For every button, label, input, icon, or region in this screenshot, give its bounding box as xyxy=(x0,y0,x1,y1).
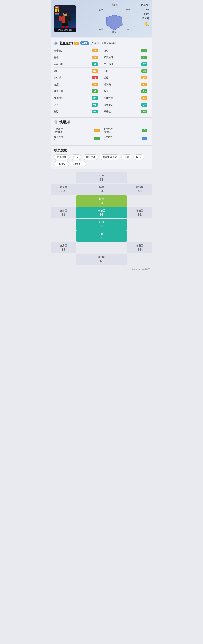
pos-cell: 右前卫81 xyxy=(127,207,152,218)
svg-point-1 xyxy=(63,11,67,14)
stat-value: 86 xyxy=(141,110,147,113)
pos-val: 99 xyxy=(100,224,104,228)
table-row: 射门80 xyxy=(54,68,102,74)
pos-cell: 后腰99 xyxy=(76,219,127,230)
stat-name: 紧密控球 xyxy=(104,56,113,59)
stat-value: 93 xyxy=(92,90,98,93)
radar-left-label: 盘带 xyxy=(99,8,103,11)
pos-val: 89 xyxy=(138,248,142,252)
stat-value: 84 xyxy=(92,83,98,86)
stat-value: 93 xyxy=(141,49,147,52)
skill-tag: 加重旋转传球 xyxy=(100,154,120,160)
pos-cell xyxy=(51,230,76,242)
foot-stat-row: 非惯用脚使用频率2 xyxy=(54,126,102,134)
skill-tag: 急升射门 xyxy=(71,161,86,166)
stat-name: 积极性 xyxy=(104,110,111,113)
radar-bottom-right-label: 身体 xyxy=(125,28,130,31)
stat-name: 身体控制 xyxy=(104,96,113,100)
stat-value: 82 xyxy=(92,56,98,59)
skill-tag: 拦截能力 xyxy=(54,161,69,166)
pos-cell: 右边锋80 xyxy=(127,184,152,195)
table-row: 脚下力量93 xyxy=(54,88,102,95)
stat-name: 身体接触 xyxy=(54,96,64,100)
foot-stat-value: 3 xyxy=(142,128,147,132)
skill-tag: 队长 xyxy=(134,154,144,160)
pos-cell xyxy=(51,172,76,184)
svg-rect-6 xyxy=(62,23,65,26)
pos-cell xyxy=(51,254,76,265)
position-section: 中锋79左边锋80影锋81右边锋80前腰87左前卫81中前卫92右前卫81后腰9… xyxy=(51,170,152,267)
pos-row: 左后卫89右后卫89 xyxy=(51,242,152,253)
stat-value: 94 xyxy=(92,110,98,113)
watermark: 头条 @PES实况联盟 xyxy=(51,267,152,272)
pos-val: 92 xyxy=(100,213,104,217)
ability-title: 基础能力 xyxy=(60,41,73,46)
pos-row: 守门员40 xyxy=(51,254,152,265)
stat-value: 98 xyxy=(141,103,147,106)
player-stats-right: 190 CM 80 KG 26岁 破坏者 🦶 xyxy=(140,3,149,28)
stat-value: 89 xyxy=(141,90,147,93)
pos-row: 左前卫81中前卫92右前卫81 xyxy=(51,207,152,218)
skills-title: 球员技能 xyxy=(54,148,149,152)
divider-3 xyxy=(51,146,152,146)
stat-name: 抢断 xyxy=(54,110,59,113)
radar-top-label: 射门 xyxy=(112,3,117,6)
pos-cell xyxy=(127,219,152,230)
pos-row: 后腰99 xyxy=(51,219,152,230)
stat-value: 97 xyxy=(92,96,98,100)
foot-stat-name: 非惯用脚使用频率 xyxy=(54,128,63,133)
table-row: 攻击能力77 xyxy=(54,47,102,54)
pos-cell: 右后卫89 xyxy=(127,242,152,253)
pos-val: 81 xyxy=(138,213,142,217)
skills-section: 球员技能 战斗精神盯人单触传球加重旋转传球远射队长拦截能力急升射门 xyxy=(51,146,152,169)
stats-grid: 攻击能力77控球93盘带82紧密控球92地面传球94空中传球97射门80头球88… xyxy=(54,47,149,115)
stat-value: 80 xyxy=(92,69,98,73)
table-row: 抢断94 xyxy=(54,108,102,115)
radar-right-label: 传球 xyxy=(126,8,130,11)
pos-row: 中锋79 xyxy=(51,172,152,184)
table-row: 速度84 xyxy=(54,81,102,88)
player-weight: 80 KG xyxy=(140,7,149,12)
player-card: 后腰 99 弗兰克·里杰卡尔 xyxy=(54,6,76,32)
player-age: 26岁 xyxy=(140,12,149,16)
divider-4 xyxy=(51,170,152,170)
table-row: 弧度80 xyxy=(102,74,149,81)
stat-value: 74 xyxy=(92,76,98,80)
foot-stat-value: 7 xyxy=(94,136,100,140)
pos-val: 87 xyxy=(100,201,104,205)
pos-name: 中后卫 xyxy=(98,232,105,236)
foot-stat-row: 抗受伤程度3 xyxy=(102,134,149,142)
player-header: 后腰 99 弗兰克·里杰卡尔 xyxy=(51,0,152,37)
pos-cell: 中锋79 xyxy=(76,172,127,184)
stat-value: 94 xyxy=(92,103,98,106)
skills-tags: 战斗精神盯人单触传球加重旋转传球远射队长拦截能力急升射门 xyxy=(54,154,149,166)
stat-value: 92 xyxy=(141,56,147,59)
table-row: 身体接触97 xyxy=(54,95,102,102)
player-name: 弗兰克·里杰卡尔德 xyxy=(54,28,76,32)
pos-cell xyxy=(51,196,76,207)
stat-name: 跳跃 xyxy=(104,90,108,93)
foot-title: 惯用脚 xyxy=(60,120,70,124)
ability-icon: ⚙️ xyxy=(54,41,58,45)
svg-rect-9 xyxy=(66,26,68,28)
stat-name: 弧度 xyxy=(104,76,108,80)
table-row: 防守能力98 xyxy=(102,102,149,108)
radar-svg xyxy=(102,10,126,32)
pos-cell xyxy=(127,196,152,207)
pos-cell xyxy=(51,219,76,230)
pos-val: 80 xyxy=(138,190,142,193)
stat-name: 控球 xyxy=(104,49,108,52)
pos-val: 40 xyxy=(100,259,104,263)
pos-name: 左后卫 xyxy=(60,244,67,247)
svg-rect-4 xyxy=(59,16,62,21)
pos-cell xyxy=(76,242,127,253)
ability-level-note: (26满级｜突破后44满级) xyxy=(90,42,117,45)
pos-name: 守门员 xyxy=(98,256,105,259)
svg-rect-8 xyxy=(62,26,64,28)
foot-stat-name: 状态持续性 xyxy=(54,136,63,141)
pos-name: 左前卫 xyxy=(60,209,67,212)
ability-arrow: → xyxy=(74,42,79,45)
stat-value: 81 xyxy=(141,83,147,86)
stat-name: 防守能力 xyxy=(104,103,113,106)
pos-cell: 左后卫89 xyxy=(51,242,76,253)
